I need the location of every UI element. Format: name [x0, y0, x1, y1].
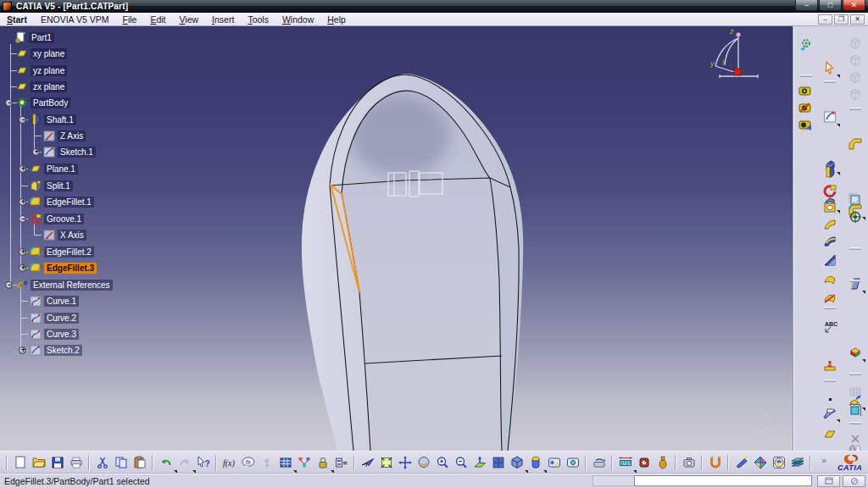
stamp-icon[interactable]	[821, 357, 838, 374]
tree-item-xy-plane[interactable]: xy plane	[5, 47, 67, 60]
view-mode-a-icon[interactable]	[545, 453, 564, 472]
open-icon[interactable]	[30, 453, 48, 472]
tree-item-edgefillet3[interactable]: EdgeFillet.3	[19, 261, 97, 274]
select-cursor-icon[interactable]	[821, 59, 838, 76]
knowledge-button[interactable]	[843, 475, 865, 487]
chamfer-icon[interactable]	[847, 136, 864, 152]
tree-item-label[interactable]: Sketch.1	[58, 147, 96, 158]
tree-item-split1[interactable]: Split.1	[19, 179, 73, 192]
iso-view-icon[interactable]	[508, 453, 526, 472]
view-camera-icon[interactable]	[797, 82, 814, 99]
expander-icon[interactable]	[5, 99, 13, 107]
dialog-toggle-button[interactable]	[817, 475, 840, 487]
tree-item-label[interactable]: EdgeFillet.2	[44, 247, 94, 258]
toolbar-grip[interactable]	[824, 80, 836, 83]
capture-icon[interactable]	[680, 453, 698, 472]
menu-window[interactable]: Window	[275, 13, 320, 26]
view-mode-b-icon[interactable]	[564, 453, 582, 472]
mdi-close-button[interactable]: ✕	[850, 14, 865, 25]
toolbar-grip[interactable]	[800, 75, 812, 77]
point-icon[interactable]	[821, 391, 838, 408]
formula-icon[interactable]: fx	[239, 453, 258, 472]
expander-icon[interactable]	[19, 198, 26, 206]
measure-inertia-icon[interactable]	[654, 453, 672, 472]
tree-item-label[interactable]: Z Axis	[58, 130, 86, 141]
paste-icon[interactable]	[131, 453, 149, 472]
measure-item-icon[interactable]	[635, 453, 654, 472]
shaft-tool-icon[interactable]	[821, 164, 838, 180]
plane-tool-icon[interactable]	[821, 425, 838, 442]
mdi-minimize-button[interactable]: –	[818, 14, 832, 25]
menu-tools[interactable]: Tools	[241, 13, 275, 26]
remove-loft-icon[interactable]	[821, 290, 838, 307]
equivalent-dimensions-icon[interactable]: =	[332, 453, 351, 472]
tree-item-label[interactable]: External References	[31, 280, 113, 291]
tree-item-zx-plane[interactable]: zx plane	[5, 80, 67, 93]
tree-item-edgefillet2[interactable]: EdgeFillet.2	[19, 245, 94, 258]
draft-icon[interactable]	[847, 275, 864, 292]
stiffener-icon[interactable]	[821, 252, 838, 269]
render-style-icon[interactable]	[526, 453, 545, 472]
toolbar-grip[interactable]	[849, 373, 861, 375]
tree-item-external-references[interactable]: External References	[5, 278, 113, 291]
tree-item-label[interactable]: Curve.2	[44, 313, 79, 324]
groove-tool-icon[interactable]	[821, 182, 838, 199]
tap-target-icon[interactable]	[847, 208, 864, 225]
tree-item-label[interactable]: Shaft.1	[44, 114, 76, 125]
expander-icon[interactable]	[19, 215, 26, 223]
part-model[interactable]	[302, 74, 523, 451]
rib-icon[interactable]	[821, 216, 838, 233]
hole-icon[interactable]	[821, 199, 838, 216]
relations-icon[interactable]	[295, 453, 314, 472]
tree-item-label[interactable]: Curve.1	[44, 296, 79, 307]
view-camera-slash-icon[interactable]	[797, 99, 814, 116]
mdi-restore-button[interactable]: ❐	[834, 14, 849, 25]
tree-item-curve2[interactable]: Curve.2	[19, 311, 79, 324]
tree-item-label[interactable]: zx plane	[31, 81, 67, 92]
copy-icon[interactable]	[112, 453, 131, 472]
menu-file[interactable]: File	[115, 13, 143, 26]
tree-item-sketch1[interactable]: Sketch.1	[32, 145, 96, 158]
toolbar-overflow-chevron[interactable]: »	[821, 455, 826, 465]
line-icon[interactable]	[821, 406, 838, 423]
cut-icon[interactable]	[93, 453, 112, 472]
slot-icon[interactable]	[821, 233, 838, 250]
tree-item-label[interactable]: PartBody	[31, 97, 70, 108]
tree-item-label[interactable]: X Axis	[58, 230, 86, 241]
lock-icon[interactable]	[314, 453, 332, 472]
fx-icon[interactable]: f(x)	[220, 453, 239, 472]
menu-help[interactable]: Help	[320, 13, 353, 26]
design-table-icon[interactable]	[276, 453, 295, 472]
new-icon[interactable]	[11, 453, 30, 472]
loft-icon[interactable]	[821, 271, 838, 288]
fit-all-icon[interactable]	[377, 453, 396, 472]
toolbar-grip[interactable]	[824, 307, 836, 309]
thickness-icon[interactable]	[847, 344, 864, 361]
save-icon[interactable]	[48, 453, 67, 472]
power-input-field[interactable]	[634, 475, 812, 486]
zoom-out-icon[interactable]	[452, 453, 470, 472]
menu-edit[interactable]: Edit	[143, 13, 172, 26]
tree-item-part1[interactable]: Part1	[3, 30, 54, 44]
tree-item-z-axis[interactable]: Z Axis	[32, 129, 86, 142]
tree-item-yz-plane[interactable]: yz plane	[5, 64, 67, 77]
menu-insert[interactable]: Insert	[205, 13, 241, 26]
shell-icon[interactable]	[847, 191, 864, 208]
maximize-button[interactable]: □	[819, 0, 842, 11]
apply-material-icon[interactable]	[751, 453, 770, 472]
toolbar-grip[interactable]	[849, 280, 861, 282]
close-button[interactable]: ✕	[843, 0, 865, 11]
tree-item-curve3[interactable]: Curve.3	[19, 327, 79, 341]
view-camera-scene-icon[interactable]	[797, 116, 814, 133]
turntable-icon[interactable]	[590, 453, 609, 472]
tree-item-plane1[interactable]: Plane.1	[19, 162, 78, 175]
toolbar-grip[interactable]	[824, 380, 836, 382]
whats-this-icon[interactable]: ?	[194, 453, 213, 472]
swatch-icon[interactable]	[788, 453, 807, 472]
menu-enovia[interactable]: ENOVIA V5 VPM	[34, 13, 116, 26]
tree-item-partbody[interactable]: PartBody	[5, 96, 70, 109]
rotate-icon[interactable]	[415, 453, 433, 472]
toolbar-grip[interactable]	[849, 247, 861, 250]
pan-icon[interactable]	[396, 453, 415, 472]
update-icon[interactable]	[798, 36, 815, 53]
